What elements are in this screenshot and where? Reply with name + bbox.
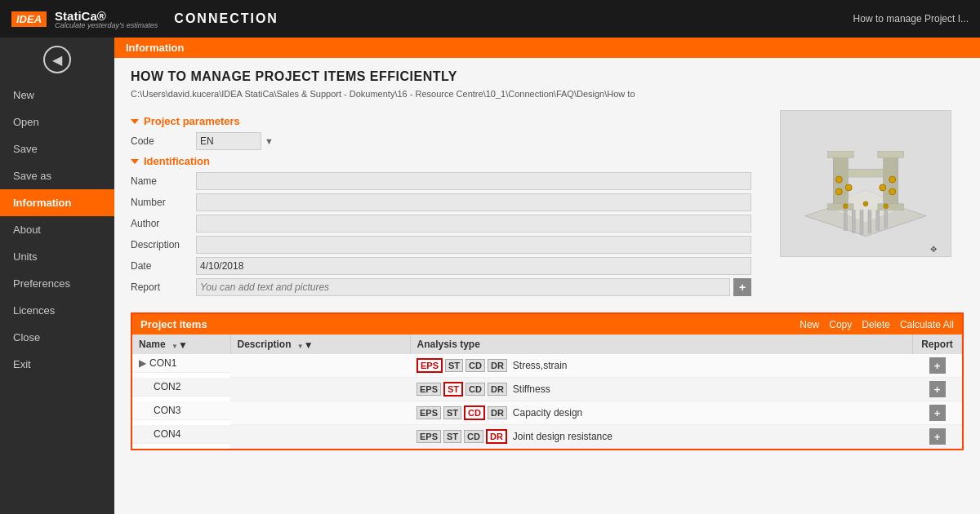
name-row: Name: [131, 172, 751, 190]
top-bar: IDEA StatiCa® Calculate yesterday's esti…: [0, 0, 980, 38]
analysis-tag-cd[interactable]: CD: [464, 430, 483, 443]
sidebar-item-units[interactable]: Units: [0, 243, 114, 270]
author-input[interactable]: [196, 215, 751, 233]
code-input[interactable]: [196, 132, 261, 150]
copy-action[interactable]: Copy: [829, 319, 852, 330]
row-add-button[interactable]: +: [929, 381, 946, 397]
main-layout: ◀ New Open Save Save as Information Abou…: [0, 38, 980, 514]
svg-point-14: [889, 188, 896, 195]
desc-filter-icon[interactable]: ▼: [297, 339, 305, 346]
project-items-table: Name ▼ Description ▼ Analysis type Repor…: [132, 335, 962, 449]
analysis-description: Capacity design: [513, 407, 582, 419]
table-title: Project items: [140, 318, 207, 330]
analysis-tag-dr[interactable]: DR: [486, 429, 507, 444]
sidebar-item-information[interactable]: Information: [0, 189, 114, 216]
sidebar-item-new[interactable]: New: [0, 82, 114, 109]
col-header-description: Description ▼: [230, 335, 410, 354]
report-add-button[interactable]: +: [733, 278, 751, 296]
analysis-tag-eps[interactable]: EPS: [416, 430, 441, 443]
cell-description: [230, 378, 410, 401]
svg-text:✥: ✥: [930, 245, 937, 254]
project-parameters-header: Project parameters: [131, 115, 751, 127]
cell-description: [230, 425, 410, 449]
back-button[interactable]: ◀: [43, 46, 71, 73]
svg-rect-4: [827, 151, 853, 157]
report-row: Report +: [131, 278, 751, 296]
analysis-tag-st[interactable]: ST: [445, 359, 463, 372]
svg-rect-21: [868, 210, 871, 233]
col-header-report: Report: [913, 335, 962, 354]
table-row: CON2EPSSTCDDRStiffness+: [132, 378, 962, 401]
info-bar: Information: [114, 38, 980, 58]
description-input[interactable]: [196, 236, 751, 254]
sidebar-item-licences[interactable]: Licences: [0, 297, 114, 324]
analysis-tag-cd[interactable]: CD: [464, 405, 485, 420]
name-filter-icon[interactable]: ▼: [172, 339, 180, 346]
cell-analysis: EPSSTCDDRJoint design resistance: [410, 425, 913, 449]
sidebar-item-exit[interactable]: Exit: [0, 351, 114, 378]
cell-description: [230, 354, 410, 378]
sidebar-item-about[interactable]: About: [0, 216, 114, 243]
date-row: Date: [131, 257, 751, 275]
svg-rect-6: [827, 204, 853, 210]
analysis-tag-cd[interactable]: CD: [466, 359, 485, 372]
sidebar-item-open[interactable]: Open: [0, 109, 114, 135]
sidebar-item-save[interactable]: Save: [0, 135, 114, 162]
collapse-icon[interactable]: [131, 119, 139, 124]
analysis-tag-st[interactable]: ST: [443, 382, 463, 397]
analysis-tag-st[interactable]: ST: [443, 406, 461, 419]
delete-action[interactable]: Delete: [862, 319, 890, 330]
table-header-bar: Project items New Copy Delete Calculate …: [132, 314, 962, 335]
table-header-row: Name ▼ Description ▼ Analysis type Repor…: [132, 335, 962, 354]
number-row: Number: [131, 193, 751, 211]
identification-label: Identification: [144, 155, 210, 167]
row-add-button[interactable]: +: [929, 357, 946, 374]
new-action[interactable]: New: [800, 319, 819, 330]
project-parameters-label: Project parameters: [144, 115, 240, 127]
analysis-tags: EPSSTCDDRStiffness: [416, 382, 906, 397]
analysis-tag-eps[interactable]: EPS: [416, 383, 441, 396]
cell-name-value: CON4: [154, 428, 180, 440]
identification-header: Identification: [131, 155, 751, 167]
sidebar-item-saveas[interactable]: Save as: [0, 162, 114, 189]
sidebar-item-preferences[interactable]: Preferences: [0, 270, 114, 297]
analysis-description: Stress,strain: [513, 360, 568, 371]
sidebar-item-close[interactable]: Close: [0, 324, 114, 351]
number-label: Number: [131, 197, 196, 208]
model-image: ✥: [780, 110, 951, 257]
code-label: Code: [131, 135, 196, 147]
calculate-all-action[interactable]: Calculate All: [900, 319, 954, 330]
analysis-tag-cd[interactable]: CD: [466, 383, 485, 396]
row-add-button[interactable]: +: [929, 405, 946, 421]
logo-subtitle: Calculate yesterday's estimates: [55, 21, 158, 29]
content-area: Information HOW TO MANAGE PROJECT ITEMS …: [114, 38, 980, 514]
cell-report: +: [913, 354, 962, 378]
analysis-tag-eps[interactable]: EPS: [416, 406, 441, 419]
analysis-tags: EPSSTCDDRJoint design resistance: [416, 429, 906, 444]
expand-icon[interactable]: ▶: [139, 357, 146, 369]
name-input[interactable]: [196, 172, 751, 190]
table-actions: New Copy Delete Calculate All: [800, 319, 954, 330]
svg-rect-18: [844, 210, 847, 231]
analysis-tags: EPSSTCDDRCapacity design: [416, 405, 906, 420]
description-row: Description: [131, 236, 751, 254]
app-module: CONNECTION: [174, 11, 278, 26]
svg-rect-19: [852, 210, 855, 233]
number-input[interactable]: [196, 193, 751, 211]
cell-description: [230, 401, 410, 425]
analysis-tag-dr[interactable]: DR: [488, 359, 507, 372]
svg-point-11: [835, 188, 842, 195]
date-input[interactable]: [196, 257, 751, 275]
model-image-col: ✥: [768, 110, 964, 299]
analysis-tag-st[interactable]: ST: [443, 430, 461, 443]
cell-report: +: [913, 401, 962, 425]
analysis-tag-dr[interactable]: DR: [488, 383, 507, 396]
report-input[interactable]: [196, 278, 730, 296]
svg-rect-8: [848, 169, 884, 177]
analysis-tag-dr[interactable]: DR: [488, 406, 507, 419]
svg-point-10: [845, 184, 852, 191]
id-collapse-icon[interactable]: [131, 159, 139, 164]
row-add-button[interactable]: +: [929, 428, 946, 445]
code-row: Code ▼: [131, 132, 751, 150]
analysis-tag-eps[interactable]: EPS: [416, 358, 443, 373]
